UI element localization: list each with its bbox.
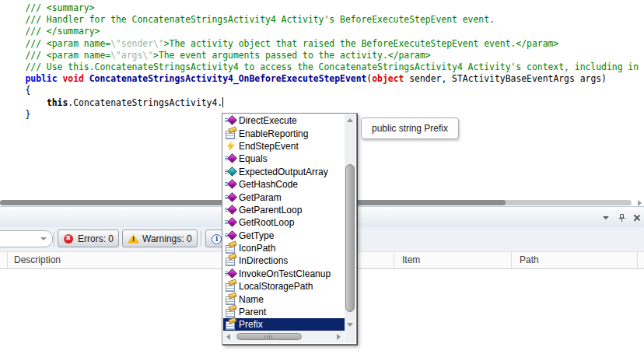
- errors-filter-button[interactable]: Errors: 0: [58, 230, 119, 247]
- member-label: IconPath: [237, 242, 275, 254]
- member-kind-icon: [225, 230, 237, 242]
- member-label: GetType: [237, 230, 274, 242]
- member-label: GetParentLoop: [237, 204, 302, 216]
- tooltip-text: public string Prefix: [372, 123, 448, 134]
- toolbar-separator: [201, 231, 202, 246]
- warnings-filter-button[interactable]: Warnings: 0: [122, 230, 198, 247]
- filter-icon: [128, 233, 139, 244]
- intellisense-item[interactable]: InvokeOnTestCleanup: [223, 268, 345, 280]
- member-label: GetHashCode: [237, 178, 298, 191]
- member-kind-icon: [225, 293, 237, 306]
- intellisense-item[interactable]: GetParentLoop: [223, 204, 345, 216]
- popup-horizontal-scrollbar[interactable]: [223, 331, 344, 343]
- member-kind-icon: [225, 191, 237, 204]
- member-label: InDirections: [237, 254, 288, 267]
- scroll-down-icon[interactable]: [345, 319, 355, 330]
- intellisense-item[interactable]: IconPath: [223, 242, 345, 254]
- code-line: /// <param name=\"args\">The event argum…: [4, 50, 639, 61]
- intellisense-item[interactable]: GetParam: [223, 191, 345, 203]
- filter-icon: [211, 233, 222, 244]
- intellisense-item[interactable]: EnableReporting: [223, 127, 345, 139]
- code-line: /// Use this.ConcatenateStringsActivity4…: [4, 61, 639, 73]
- code-area: /// <summary> /// Handler for the Concat…: [4, 2, 639, 121]
- column-header-item[interactable]: Item: [394, 252, 512, 268]
- error-filter-combobox[interactable]: [0, 230, 53, 247]
- member-label: DirectExecute: [237, 114, 297, 127]
- code-line: public void ConcatenateStringsActivity4_…: [4, 73, 639, 85]
- intellisense-popup: DirectExecute EnableReporting EndStepEve…: [222, 113, 357, 345]
- intellisense-item[interactable]: DirectExecute: [223, 114, 345, 127]
- intellisense-item[interactable]: Name: [223, 293, 345, 305]
- member-kind-icon: [225, 216, 237, 229]
- member-kind-icon: [225, 280, 237, 293]
- filter-label: Errors: 0: [78, 233, 114, 244]
- scrollbar-track[interactable]: [230, 331, 337, 343]
- member-info-tooltip: public string Prefix: [361, 117, 459, 139]
- intellisense-item[interactable]: ExpectedOutputArray: [223, 166, 345, 178]
- member-kind-icon: [225, 254, 237, 267]
- intellisense-item[interactable]: GetRootLoop: [223, 216, 345, 229]
- intellisense-list: DirectExecute EnableReporting EndStepEve…: [223, 114, 345, 331]
- code-line: /// <param name=\"sender\">The activity …: [4, 38, 639, 50]
- member-kind-icon: [225, 140, 237, 152]
- code-line: this.ConcatenateStringsActivity4.: [4, 97, 639, 109]
- intellisense-item[interactable]: Equals: [223, 152, 345, 165]
- scroll-right-icon[interactable]: [638, 200, 642, 206]
- code-line: /// <summary>: [4, 2, 639, 14]
- window-menu-chevron-icon[interactable]: [601, 213, 611, 223]
- intellisense-item[interactable]: Prefix: [223, 318, 345, 331]
- scrollbar-thumb[interactable]: [236, 333, 302, 340]
- member-kind-icon: [225, 178, 237, 191]
- scroll-up-icon[interactable]: [345, 114, 355, 125]
- close-icon[interactable]: [632, 213, 642, 223]
- member-kind-icon: [225, 128, 237, 140]
- member-label: GetParam: [237, 191, 282, 204]
- scroll-right-icon[interactable]: [337, 334, 341, 340]
- code-line: /// </summary>: [4, 26, 639, 37]
- filter-buttons: Errors: 0 Warnings: 0 M: [58, 230, 239, 247]
- intellisense-item[interactable]: GetHashCode: [223, 178, 345, 191]
- popup-vertical-scrollbar[interactable]: [345, 114, 355, 343]
- member-label: LocalStoragePath: [237, 280, 313, 293]
- code-line: /// Handler for the ConcatenateStringsAc…: [4, 14, 639, 26]
- member-label: Parent: [237, 306, 266, 318]
- filter-icon: [63, 233, 75, 244]
- member-label: Name: [237, 293, 264, 306]
- member-kind-icon: [225, 166, 237, 178]
- column-header-severity[interactable]: [0, 252, 8, 268]
- member-label: GetRootLoop: [237, 216, 294, 229]
- member-label: InvokeOnTestCleanup: [237, 268, 331, 280]
- filter-label: Warnings: 0: [142, 233, 192, 244]
- code-line: {: [4, 85, 639, 96]
- member-label: ExpectedOutputArray: [237, 166, 328, 178]
- text-caret: [222, 97, 223, 107]
- window-controls: [601, 213, 642, 223]
- intellisense-item[interactable]: Parent: [223, 306, 345, 318]
- combobox-arrow-icon: [40, 237, 47, 240]
- member-label: EndStepEvent: [237, 140, 299, 152]
- member-kind-icon: [225, 114, 237, 127]
- toolbar-separator: [54, 232, 55, 247]
- column-header-path[interactable]: Path: [512, 252, 638, 268]
- column-header-tail: [638, 252, 644, 268]
- auto-hide-pin-icon[interactable]: [617, 213, 626, 223]
- member-label: EnableReporting: [237, 128, 308, 140]
- intellisense-item[interactable]: EndStepEvent: [223, 140, 345, 152]
- intellisense-item[interactable]: GetType: [223, 230, 345, 242]
- intellisense-item[interactable]: LocalStoragePath: [223, 280, 345, 293]
- intellisense-item[interactable]: InDirections: [223, 254, 345, 267]
- scrollbar-thumb[interactable]: [345, 164, 355, 312]
- member-label: Prefix: [237, 318, 263, 331]
- member-label: Equals: [237, 152, 268, 165]
- member-kind-icon: [225, 152, 237, 165]
- member-kind-icon: [225, 318, 237, 331]
- member-kind-icon: [225, 204, 237, 216]
